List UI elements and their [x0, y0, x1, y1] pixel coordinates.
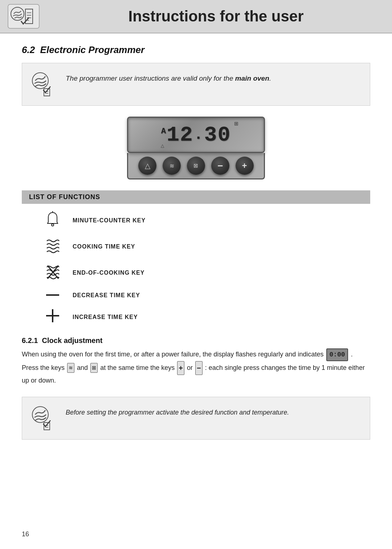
header-logo-icon [7, 4, 40, 29]
bottom-info-text: Before setting the programmer activate t… [66, 404, 289, 418]
end-of-cooking-inline-icon: ⊠ [90, 363, 98, 373]
page-header: Instructions for the user [0, 0, 392, 33]
info-box: The programmer user instructions are val… [22, 63, 370, 106]
plus-inline-icon: + [177, 361, 184, 375]
display-zero-indicator: 0:00 [326, 348, 348, 361]
info-logo-icon [29, 70, 58, 99]
page-number: 16 [22, 530, 29, 538]
display-time: A12.30 [161, 123, 231, 147]
increase-time-icon [44, 308, 62, 326]
function-label-cooking-time: COOKING TIME KEY [73, 243, 135, 250]
display-bottom-icon: △ [161, 143, 164, 148]
function-label-decrease-time: DECREASE TIME KEY [73, 292, 140, 299]
cooking-time-button[interactable]: ≋ [163, 157, 181, 175]
minute-counter-button[interactable]: △ [138, 157, 156, 175]
clock-adjustment-title: 6.2.1 Clock adjustment [22, 336, 370, 345]
display-top-icon: ⊞ [234, 121, 238, 126]
function-label-end-of-cooking: END-OF-COOKING KEY [73, 270, 144, 276]
increase-time-button[interactable]: + [236, 157, 254, 175]
end-of-cooking-button[interactable]: ⊠ [187, 157, 205, 175]
function-label-increase-time: INCREASE TIME KEY [73, 314, 138, 320]
minute-counter-icon [44, 211, 62, 230]
decrease-time-icon [44, 290, 62, 301]
programmer-display: A12.30 ⊞ △ △ ≋ ⊠ − + [120, 117, 272, 179]
functions-section: List of Functions MINUTE-COUNTER KEY [22, 190, 370, 326]
cooking-time-inline-icon: ≋ [67, 363, 74, 373]
cooking-time-icon [44, 237, 62, 256]
bottom-logo-icon [29, 404, 58, 433]
function-label-minute-counter: MINUTE-COUNTER KEY [73, 217, 146, 224]
display-superscript: A [161, 126, 167, 136]
bottom-info-box: Before setting the programmer activate t… [22, 397, 370, 440]
main-content: 6.2 Electronic Programmer The programmer… [0, 33, 392, 461]
section-heading: 6.2 Electronic Programmer [22, 44, 370, 56]
clock-adjustment-section: 6.2.1 Clock adjustment When using the ov… [22, 336, 370, 386]
minus-inline-icon: − [195, 361, 203, 375]
functions-header: List of Functions [22, 190, 370, 204]
clock-adjustment-text: When using the oven for the first time, … [22, 348, 370, 386]
decrease-time-button[interactable]: − [211, 157, 229, 175]
end-of-cooking-icon [44, 263, 62, 282]
function-item-end-of-cooking: END-OF-COOKING KEY [22, 263, 370, 282]
function-item-decrease-time: DECREASE TIME KEY [22, 290, 370, 301]
function-item-minute-counter: MINUTE-COUNTER KEY [22, 211, 370, 230]
svg-point-4 [52, 224, 54, 226]
info-box-text: The programmer user instructions are val… [66, 70, 271, 84]
control-buttons-row: △ ≋ ⊠ − + [127, 153, 265, 179]
display-screen: A12.30 ⊞ △ [127, 117, 265, 153]
function-item-cooking-time: COOKING TIME KEY [22, 237, 370, 256]
function-item-increase-time: INCREASE TIME KEY [22, 308, 370, 326]
page-title: Instructions for the user [47, 8, 385, 25]
